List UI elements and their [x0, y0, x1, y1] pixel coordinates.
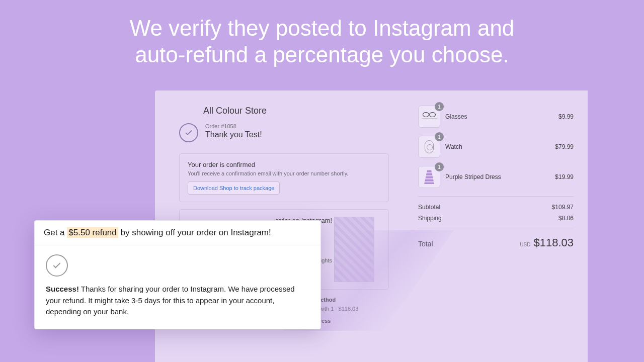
total-currency: USD: [520, 242, 530, 247]
product-thumb: 1: [418, 136, 440, 158]
product-thumb: 1: [418, 166, 440, 188]
cart-item-name: Watch: [445, 143, 550, 150]
shipping-value: $8.06: [558, 215, 574, 222]
refund-success-callout: Get a $5.50 refund by showing off your o…: [34, 220, 321, 329]
product-thumb: 1: [418, 106, 440, 128]
callout-heading: Get a $5.50 refund by showing off your o…: [35, 221, 320, 245]
confirm-subtitle: You'll receive a confirmation email with…: [188, 170, 380, 176]
cart-item: 1 Glasses $9.99: [418, 106, 574, 128]
cart-item-name: Glasses: [445, 113, 553, 120]
success-check-icon: [46, 254, 68, 277]
marketing-headline: We verify they posted to Instagram and a…: [0, 0, 644, 68]
qty-badge: 1: [435, 132, 444, 141]
success-label: Success!: [46, 285, 79, 293]
headline-line-2: auto-refund a percentage you choose.: [135, 42, 509, 67]
divider: [418, 196, 574, 197]
qty-badge: 1: [435, 162, 444, 171]
qty-badge: 1: [435, 102, 444, 111]
order-number: Order #1058: [205, 123, 262, 129]
cart-item-price: $79.99: [555, 143, 574, 150]
store-title: All Colour Store: [203, 106, 389, 116]
headline-line-1: We verify they posted to Instagram and: [130, 16, 515, 40]
order-complete-icon: [179, 123, 198, 142]
download-shop-button[interactable]: Download Shop to track package: [188, 182, 280, 195]
refund-amount-highlight: $5.50 refund: [67, 227, 118, 238]
watch-icon: [425, 140, 434, 153]
cart-item: 1 Purple Striped Dress $19.99: [418, 166, 574, 188]
total-value: $118.03: [533, 236, 574, 249]
promo-product-grid: [334, 217, 374, 282]
subtotal-label: Subtotal: [418, 204, 440, 211]
shipping-label: Shipping: [418, 215, 442, 222]
cart-item: 1 Watch $79.99: [418, 136, 574, 158]
cart-item-price: $9.99: [558, 113, 574, 120]
divider: [418, 229, 574, 229]
callout-message: Success! Thanks for sharing your order t…: [46, 284, 309, 318]
order-confirmed-box: Your order is confirmed You'll receive a…: [179, 153, 389, 202]
confirm-title: Your order is confirmed: [188, 161, 380, 168]
thank-you-message: Thank you Test!: [205, 130, 262, 139]
order-summary: 1 Glasses $9.99 1 Watch $79.99 1 Purple …: [408, 90, 588, 362]
dress-icon: [424, 170, 434, 184]
subtotal-value: $109.97: [552, 204, 574, 211]
cart-item-name: Purple Striped Dress: [445, 173, 550, 180]
cart-item-price: $19.99: [555, 173, 574, 180]
glasses-icon: [422, 114, 437, 119]
total-label: Total: [418, 240, 433, 248]
